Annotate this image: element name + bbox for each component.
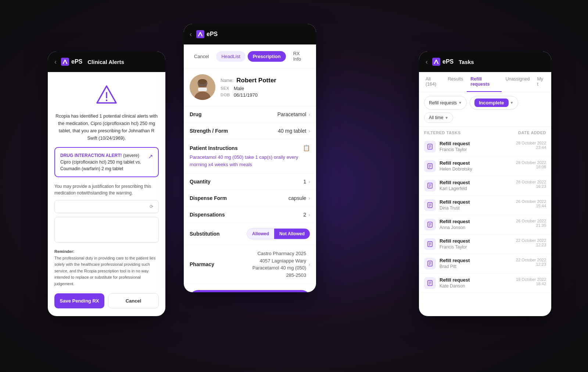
tab-headlist[interactable]: HeadList	[216, 51, 245, 62]
justification-textarea[interactable]	[54, 217, 159, 243]
task-item[interactable]: Refill request Kate Danson 18 October 20…	[419, 273, 551, 293]
panel-header-right: ‹ ePS Tasks	[419, 51, 551, 72]
task-time: 21:35	[516, 223, 546, 228]
task-item[interactable]: Refill request Dina Trust 26 October 202…	[419, 196, 551, 215]
task-date: 28 October 2022	[516, 141, 546, 145]
strength-row[interactable]: Strength / Form 40 mg tablet ›	[184, 123, 316, 139]
back-arrow-right[interactable]: ‹	[426, 58, 428, 66]
tasks-list-header: Filtered tasks Date added	[419, 127, 551, 137]
filter-all-time[interactable]: All time ▼	[424, 112, 453, 123]
dispense-form-row[interactable]: Dispense Form capsule ›	[184, 190, 316, 207]
task-datetime: 28 October 2022 18:08	[516, 160, 546, 169]
logo-center: ePS	[196, 30, 218, 38]
back-arrow-left[interactable]: ‹	[54, 58, 57, 66]
expand-icon[interactable]: ↗	[148, 153, 153, 160]
task-item[interactable]: Refill request Francis Taylor 22 October…	[419, 235, 551, 254]
tasks-tab-bar: All (164) Results Refill requests Unassi…	[419, 72, 551, 92]
tasks-list: Refill request Francis Taylor 28 October…	[419, 137, 551, 293]
name-label: Name:	[220, 78, 233, 83]
filter-refill-chevron-icon: ▼	[458, 101, 462, 105]
tab-refill-requests[interactable]: Refill requests	[467, 72, 502, 92]
tab-prescription[interactable]: Prescription	[248, 51, 286, 62]
tab-unassigned[interactable]: Unassigned	[502, 72, 533, 92]
logo-text-right: ePS	[442, 58, 453, 65]
pi-copy-icon[interactable]: 📋	[303, 144, 310, 151]
tab-my-tasks[interactable]: My t	[533, 72, 548, 92]
task-time: 12:23	[516, 262, 546, 267]
alert-label: DRUG INTERACTION ALERT!	[60, 153, 122, 158]
quantity-row[interactable]: Quantity 1 ›	[184, 174, 316, 190]
filter-alltime-chevron-icon: ▼	[445, 116, 448, 120]
task-item[interactable]: Refill request Karl Lagerfeld 28 October…	[419, 176, 551, 196]
dispensations-chevron-icon: ›	[308, 212, 310, 218]
pi-header: Patient Instructions 📋	[190, 144, 310, 151]
dispensations-row[interactable]: Dispensations 2 ›	[184, 207, 316, 223]
filter-incomplete-chevron-icon: ▼	[510, 101, 514, 105]
svg-rect-5	[198, 87, 207, 91]
pharmacy-row[interactable]: Pharmacy Castro Pharmacy 2025 4057 Lagni…	[184, 245, 316, 284]
alert-description: Rcopia has identified 1 potential clinic…	[54, 112, 159, 142]
dob-label: DOB	[220, 93, 231, 97]
reminder-section: Reminder: The professional duty in provi…	[54, 248, 159, 287]
logo-text-center: ePS	[207, 31, 218, 37]
back-arrow-center[interactable]: ‹	[190, 31, 192, 38]
task-item[interactable]: Refill request Francis Taylor 28 October…	[419, 137, 551, 157]
substitution-label: Substitution	[190, 231, 220, 237]
justification-label: You may provide a justification for pres…	[54, 183, 159, 196]
tasks-filter-bar: Refill requests ▼ Incomplete ▼ All time …	[419, 92, 551, 127]
task-patient: Helen Dobrotsky	[440, 167, 512, 172]
task-item[interactable]: Refill request Helen Dobrotsky 28 Octobe…	[419, 157, 551, 176]
task-item[interactable]: Refill request Anna Jonson 26 October 20…	[419, 215, 551, 235]
tab-cancel[interactable]: Cancel	[189, 51, 214, 62]
chevron-down-icon: ⟳	[150, 204, 153, 209]
justification-dropdown[interactable]: ⟳	[54, 200, 159, 213]
cancel-button-left[interactable]: Cancel	[108, 293, 159, 308]
drug-alert-text: DRUG INTERACTION ALERT! (severe) Cipro (…	[60, 152, 145, 172]
task-icon	[424, 258, 436, 269]
task-icon	[424, 277, 436, 289]
task-item[interactable]: Refill request Brad Pitt 22 October 2022…	[419, 254, 551, 273]
panel-body-left: Rcopia has identified 1 potential clinic…	[48, 72, 165, 316]
substitution-row: Substitution Allowed Not Allowed	[184, 223, 316, 245]
review-submit-button[interactable]: 📋 Review & Submit	[190, 290, 310, 292]
dispense-chevron-icon: ›	[308, 195, 310, 201]
task-date: 26 October 2022	[516, 219, 546, 223]
save-pending-rx-button[interactable]: Save Pending RX	[54, 293, 104, 308]
substitution-not-allowed-button[interactable]: Not Allowed	[274, 229, 310, 239]
tab-rxinfo[interactable]: RX Info	[288, 48, 311, 64]
drug-row[interactable]: Drug Paracetamol ›	[184, 106, 316, 123]
dispensations-label: Dispensations	[190, 212, 225, 218]
dispensations-value: 2 ›	[304, 212, 310, 218]
logo-icon-right	[432, 58, 440, 66]
task-details: Refill request Anna Jonson	[440, 219, 512, 230]
pi-label: Patient Instructions	[190, 145, 238, 151]
filter-alltime-label: All time	[429, 115, 443, 120]
pharmacy-details: Castro Pharmacy 2025 4057 Lagniappe Wary…	[252, 250, 306, 279]
task-type: Refill request	[440, 258, 512, 263]
dispense-form-value: capsule ›	[288, 195, 310, 201]
filter-refill-requests[interactable]: Refill requests ▼	[424, 96, 467, 110]
task-details: Refill request Kate Danson	[440, 277, 512, 289]
task-type: Refill request	[440, 180, 512, 185]
logo-text-left: ePS	[71, 58, 82, 65]
tab-all[interactable]: All (164)	[422, 72, 444, 92]
task-patient: Francis Taylor	[440, 147, 512, 152]
task-icon	[424, 141, 436, 153]
task-time: 18:08	[516, 165, 546, 169]
strength-label: Strength / Form	[190, 128, 228, 134]
task-time: 16:23	[516, 184, 546, 189]
col-filtered-tasks: Filtered tasks	[424, 130, 460, 135]
task-patient: Karl Lagerfeld	[440, 186, 512, 191]
alert-icon-container	[54, 83, 159, 107]
task-icon	[424, 238, 436, 250]
strength-chevron-icon: ›	[308, 128, 310, 134]
filter-incomplete[interactable]: Incomplete ▼	[470, 96, 519, 110]
incomplete-badge: Incomplete	[474, 99, 509, 107]
patient-dob-row: DOB 06/11/1970	[220, 92, 310, 98]
substitution-allowed-button[interactable]: Allowed	[247, 229, 274, 239]
patient-avatar-image	[190, 74, 215, 100]
quantity-value: 1 ›	[304, 179, 310, 185]
tab-results[interactable]: Results	[444, 72, 467, 92]
reminder-text: The professional duty in providing care …	[54, 256, 155, 286]
task-patient: Kate Danson	[440, 283, 512, 289]
